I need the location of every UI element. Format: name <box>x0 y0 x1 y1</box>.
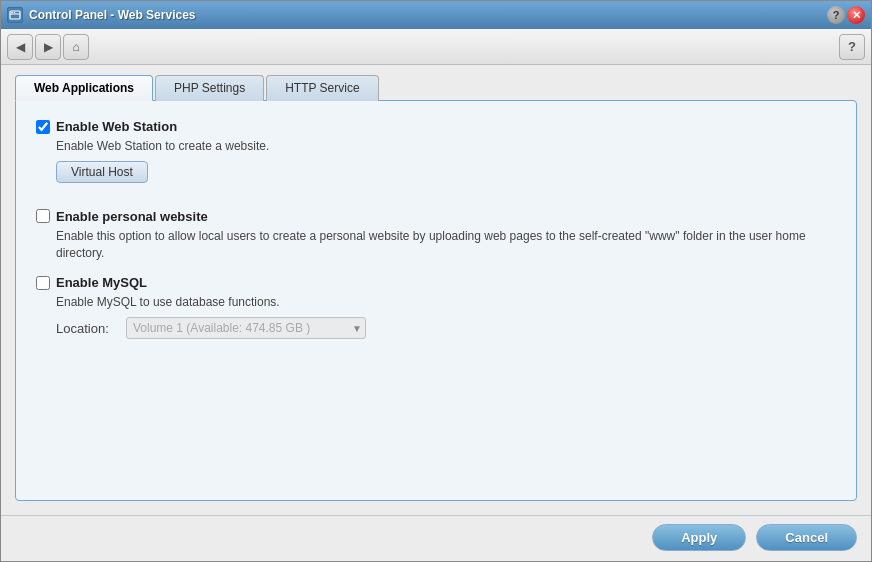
svg-point-3 <box>14 12 16 14</box>
app-icon <box>7 7 23 23</box>
virtual-host-button[interactable]: Virtual Host <box>56 161 148 183</box>
title-bar-buttons: ? ✕ <box>827 6 865 24</box>
main-window: Control Panel - Web Services ? ✕ ◀ ▶ ⌂ ?… <box>0 0 872 562</box>
content-area: Web Applications PHP Settings HTTP Servi… <box>1 65 871 515</box>
enable-mysql-label[interactable]: Enable MySQL <box>56 275 147 290</box>
personal-website-description: Enable this option to allow local users … <box>56 228 836 262</box>
web-station-description: Enable Web Station to create a website. <box>56 138 836 155</box>
panel-web-applications: Enable Web Station Enable Web Station to… <box>15 100 857 501</box>
location-select[interactable]: Volume 1 (Available: 474.85 GB ) <box>126 317 366 339</box>
title-bar: Control Panel - Web Services ? ✕ <box>1 1 871 29</box>
title-close-button[interactable]: ✕ <box>847 6 865 24</box>
enable-web-station-checkbox[interactable] <box>36 120 50 134</box>
mysql-checkbox-row: Enable MySQL <box>36 275 836 290</box>
location-label: Location: <box>56 321 116 336</box>
section-mysql: Enable MySQL Enable MySQL to use databas… <box>36 275 836 339</box>
enable-mysql-checkbox[interactable] <box>36 276 50 290</box>
tab-http-service[interactable]: HTTP Service <box>266 75 378 101</box>
section-personal-website: Enable personal website Enable this opti… <box>36 209 836 262</box>
title-help-button[interactable]: ? <box>827 6 845 24</box>
personal-website-checkbox-row: Enable personal website <box>36 209 836 224</box>
footer: Apply Cancel <box>1 516 871 561</box>
web-station-checkbox-row: Enable Web Station <box>36 119 836 134</box>
svg-point-2 <box>11 12 13 14</box>
toolbar-left: ◀ ▶ ⌂ <box>7 34 89 60</box>
back-button[interactable]: ◀ <box>7 34 33 60</box>
toolbar: ◀ ▶ ⌂ ? <box>1 29 871 65</box>
section-web-station: Enable Web Station Enable Web Station to… <box>36 119 836 195</box>
forward-button[interactable]: ▶ <box>35 34 61 60</box>
title-bar-left: Control Panel - Web Services <box>7 7 196 23</box>
tab-php-settings[interactable]: PHP Settings <box>155 75 264 101</box>
mysql-description: Enable MySQL to use database functions. <box>56 294 836 311</box>
enable-personal-website-label[interactable]: Enable personal website <box>56 209 208 224</box>
location-select-wrapper: Volume 1 (Available: 474.85 GB ) ▼ <box>126 317 366 339</box>
cancel-button[interactable]: Cancel <box>756 524 857 551</box>
help-button[interactable]: ? <box>839 34 865 60</box>
enable-personal-website-checkbox[interactable] <box>36 209 50 223</box>
tab-web-applications[interactable]: Web Applications <box>15 75 153 101</box>
enable-web-station-label[interactable]: Enable Web Station <box>56 119 177 134</box>
location-row: Location: Volume 1 (Available: 474.85 GB… <box>56 317 836 339</box>
tab-bar: Web Applications PHP Settings HTTP Servi… <box>15 75 857 101</box>
window-title: Control Panel - Web Services <box>29 8 196 22</box>
home-button[interactable]: ⌂ <box>63 34 89 60</box>
apply-button[interactable]: Apply <box>652 524 746 551</box>
